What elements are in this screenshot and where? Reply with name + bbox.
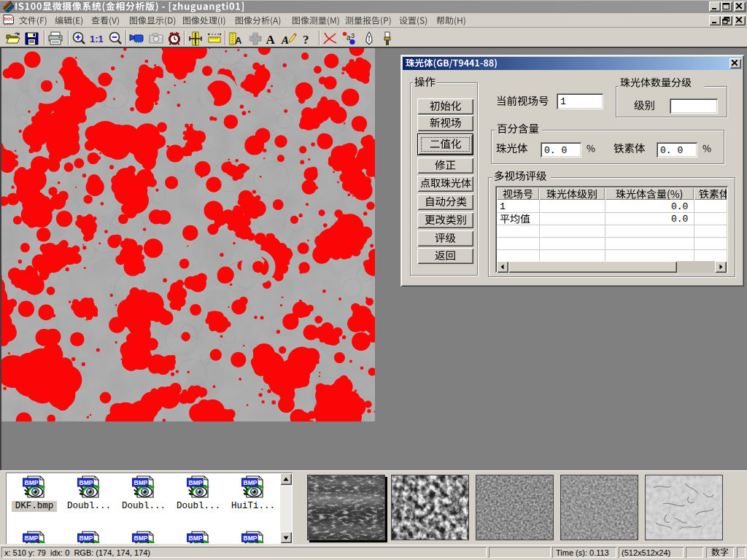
svg-text:BMP: BMP [134, 479, 148, 486]
svg-text:BMP: BMP [189, 534, 203, 542]
svg-text:BMP: BMP [80, 534, 93, 542]
svg-text:1:1: 1:1 [90, 34, 104, 44]
svg-text:BMP: BMP [25, 534, 39, 542]
svg-text:BMP: BMP [80, 479, 93, 486]
svg-text:BMP: BMP [244, 479, 258, 486]
svg-text:A: A [281, 34, 289, 46]
svg-text:BMP: BMP [134, 534, 148, 542]
svg-text:3: 3 [351, 32, 355, 39]
svg-text:A: A [266, 33, 276, 47]
svg-text:A: A [235, 35, 242, 46]
svg-text:?: ? [303, 33, 309, 47]
svg-text:BMP: BMP [189, 479, 203, 486]
svg-text:BMP: BMP [25, 479, 39, 486]
svg-text:BMP: BMP [244, 534, 258, 542]
svg-text:DOC: DOC [4, 17, 13, 21]
